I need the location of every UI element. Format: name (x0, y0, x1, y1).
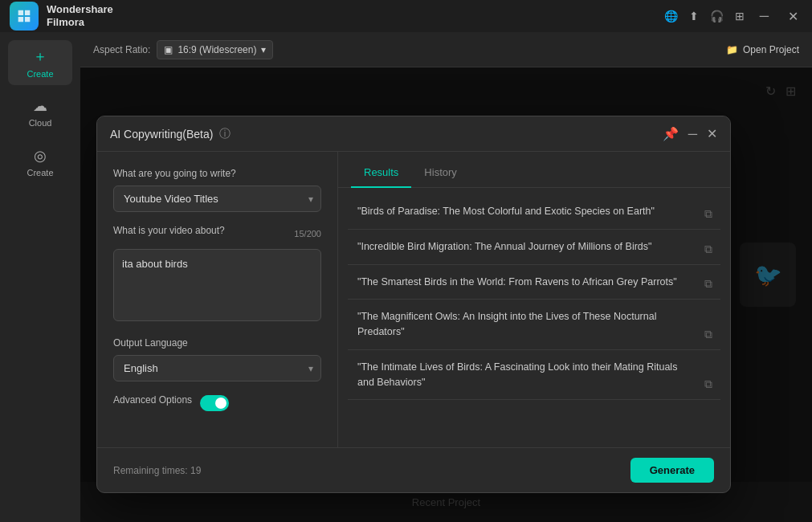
output-lang-select[interactable]: English (113, 355, 321, 381)
sidebar-item-create2[interactable]: ◎ Create (8, 140, 72, 185)
tab-results[interactable]: Results (351, 161, 411, 188)
video-about-header: What is your video about? 15/200 (113, 225, 321, 243)
folder-icon: 📁 (726, 44, 738, 55)
result-text-1: "Birds of Paradise: The Most Colorful an… (357, 204, 711, 219)
copy-icon-2[interactable]: ⧉ (704, 243, 712, 256)
modal-overlay: AI Copywriting(Beta) ⓘ 📌 ─ ✕ (80, 67, 812, 522)
minimize-button[interactable]: ─ (756, 7, 773, 25)
app-branding: Wondershare Filmora (10, 2, 113, 31)
write-type-select[interactable]: Youtube Video Titles (113, 186, 321, 212)
result-item-3: "The Smartest Birds in the World: From R… (348, 265, 720, 300)
output-language-section: Output Language English ▾ (113, 337, 321, 381)
cloud-upload-icon[interactable]: ⬆ (689, 10, 699, 22)
dialog-footer: Remaining times: 19 Generate (97, 447, 730, 492)
globe-icon[interactable]: 🌐 (664, 10, 678, 22)
write-type-section: What are you going to write? Youtube Vid… (113, 168, 321, 212)
advanced-options-toggle[interactable] (200, 395, 229, 411)
results-list: "Birds of Paradise: The Most Colorful an… (338, 188, 730, 447)
main-area: Aspect Ratio: ▣ 16:9 (Widescreen) ▾ 📁 Op… (80, 32, 812, 522)
dialog-title: AI Copywriting(Beta) ⓘ (110, 127, 231, 141)
dialog-body: What are you going to write? Youtube Vid… (97, 152, 730, 447)
headset-icon[interactable]: 🎧 (710, 10, 724, 22)
aspect-ratio-select[interactable]: ▣ 16:9 (Widescreen) ▾ (157, 40, 273, 59)
dialog-close-button[interactable]: ✕ (707, 126, 717, 141)
tab-history[interactable]: History (411, 161, 469, 188)
copy-icon-3[interactable]: ⧉ (704, 277, 712, 291)
sidebar: ＋ Create ☁ Cloud ◎ Create (0, 32, 80, 522)
content-area: 🐦 Recent Project ↻ ⊞ AI Copywriting(Beta… (80, 67, 812, 522)
generate-button[interactable]: Generate (630, 458, 714, 483)
advanced-options-row: Advanced Options (113, 394, 321, 412)
sidebar-item-label: Cloud (29, 118, 52, 128)
result-item-1: "Birds of Paradise: The Most Colorful an… (348, 194, 720, 230)
aspect-ratio-icon: ▣ (164, 44, 173, 55)
app-logo (10, 2, 39, 31)
dialog-minimize-button[interactable]: ─ (688, 127, 697, 141)
dialog-results-panel: Results History "Birds of Paradise: The … (338, 152, 730, 447)
about-label: What is your video about? (113, 225, 225, 236)
video-about-textarea[interactable] (113, 249, 321, 321)
ai-copywriting-dialog: AI Copywriting(Beta) ⓘ 📌 ─ ✕ (96, 116, 731, 493)
toolbar: Aspect Ratio: ▣ 16:9 (Widescreen) ▾ 📁 Op… (80, 32, 812, 67)
write-type-select-wrapper: Youtube Video Titles ▾ (113, 186, 321, 212)
result-text-5: "The Intimate Lives of Birds: A Fascinat… (357, 360, 711, 390)
result-text-3: "The Smartest Birds in the World: From R… (357, 275, 711, 290)
char-count: 15/200 (294, 229, 321, 239)
sidebar-item-label: Create (27, 168, 53, 177)
copy-icon-4[interactable]: ⧉ (704, 328, 712, 341)
dialog-title-text: AI Copywriting(Beta) (110, 128, 213, 141)
output-lang-select-wrapper: English ▾ (113, 355, 321, 381)
video-about-section: What is your video about? 15/200 (113, 225, 321, 324)
advanced-options-label: Advanced Options (113, 394, 192, 406)
output-lang-label: Output Language (113, 337, 321, 349)
open-project-label: Open Project (743, 44, 799, 55)
info-icon[interactable]: ⓘ (219, 127, 231, 141)
result-text-4: "The Magnificent Owls: An Insight into t… (357, 309, 711, 340)
toolbar-right: 📁 Open Project (726, 44, 799, 55)
pin-icon[interactable]: 📌 (663, 126, 679, 141)
aspect-ratio-value: 16:9 (Widescreen) (177, 44, 256, 55)
grid-icon[interactable]: ⊞ (735, 10, 745, 22)
result-item-2: "Incredible Bird Migration: The Annual J… (348, 230, 720, 265)
dialog-header-right: 📌 ─ ✕ (663, 126, 717, 141)
aspect-ratio-chevron: ▾ (261, 44, 266, 55)
copy-icon-1[interactable]: ⧉ (704, 207, 712, 221)
result-item-5: "The Intimate Lives of Birds: A Fascinat… (348, 350, 720, 401)
remaining-times-label: Remaining times: 19 (113, 465, 201, 476)
close-button[interactable]: ✕ (784, 7, 802, 26)
result-item-4: "The Magnificent Owls: An Insight into t… (348, 300, 720, 350)
sidebar-item-create[interactable]: ＋ Create (8, 40, 72, 85)
dialog-form-panel: What are you going to write? Youtube Vid… (97, 152, 338, 447)
results-tabs: Results History (338, 152, 730, 188)
title-bar: Wondershare Filmora 🌐 ⬆ 🎧 ⊞ ─ ✕ (0, 0, 812, 32)
dialog-header: AI Copywriting(Beta) ⓘ 📌 ─ ✕ (97, 116, 730, 152)
cloud-icon: ☁ (33, 97, 47, 115)
app-name: Wondershare Filmora (47, 3, 113, 28)
toggle-knob (215, 398, 226, 409)
create-icon: ＋ (33, 47, 47, 66)
result-text-2: "Incredible Bird Migration: The Annual J… (357, 239, 711, 255)
open-project-button[interactable]: 📁 Open Project (726, 44, 799, 55)
sidebar-item-label: Create (27, 69, 53, 79)
sidebar-item-cloud[interactable]: ☁ Cloud (8, 90, 72, 135)
aspect-ratio-label: Aspect Ratio: (93, 44, 150, 55)
copy-icon-5[interactable]: ⧉ (704, 377, 712, 391)
title-bar-controls: 🌐 ⬆ 🎧 ⊞ ─ ✕ (664, 7, 802, 26)
write-type-label: What are you going to write? (113, 168, 321, 179)
template-icon: ◎ (34, 147, 47, 165)
